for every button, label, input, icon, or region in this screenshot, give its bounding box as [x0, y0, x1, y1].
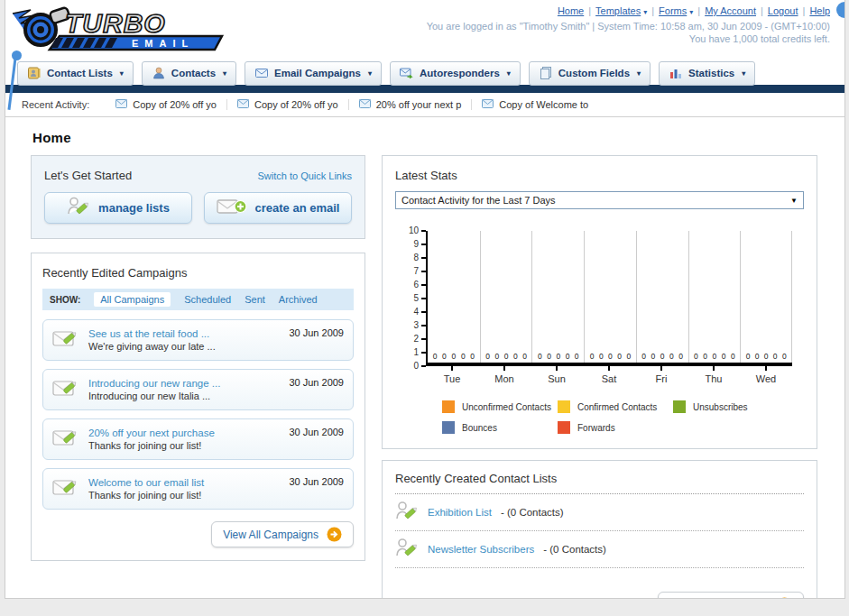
campaign-item[interactable]: 20% off your next purchaseThanks for joi… [42, 418, 354, 460]
recently-edited-campaigns-panel: Recently Edited Campaigns SHOW: All Camp… [31, 253, 365, 561]
filter-archived[interactable]: Archived [279, 294, 318, 305]
nav-forms[interactable]: Forms▾ [659, 5, 693, 16]
chart-value-label: 0 [442, 352, 447, 361]
chevron-down-icon: ▾ [742, 69, 745, 78]
contact-list-link[interactable]: Exhibition List [428, 507, 492, 518]
bar-chart-icon [669, 66, 683, 80]
campaign-item[interactable]: See us at the retail food ...We're givin… [42, 319, 354, 361]
tab-statistics[interactable]: Statistics▾ [659, 61, 755, 86]
help-bubble-dot [836, 2, 845, 18]
person-pencil-icon [395, 500, 419, 525]
nav-templates[interactable]: Templates▾ [595, 5, 647, 16]
tab-autoresponders[interactable]: Autoresponders▾ [390, 61, 521, 86]
nav-home-label: Home [558, 5, 584, 16]
x-tick-label: Sat [602, 373, 617, 384]
get-started-title: Let's Get Started [44, 169, 132, 182]
legend-swatch-unconfirmed-contacts [442, 400, 455, 413]
nav-templates-label: Templates [595, 5, 641, 16]
recent-activity-item[interactable]: Copy of Welcome to [472, 99, 598, 110]
switch-to-quick-links-link[interactable]: Switch to Quick Links [257, 170, 352, 181]
person-pencil-icon [395, 537, 419, 562]
recent-activity-item[interactable]: 20% off your next p [349, 99, 473, 110]
x-category-cell: Mon [478, 366, 531, 384]
y-tick-label: 10 [409, 226, 419, 235]
header-right: Home|Templates▾|Forms▾|My Account|Logout… [427, 5, 830, 44]
chart-value-label: 0 [522, 352, 527, 361]
nav-forms-label: Forms [659, 5, 687, 16]
view-all-campaigns-label: View All Campaigns [223, 529, 318, 541]
chart-value-label: 0 [485, 352, 490, 361]
chart-value-label: 0 [782, 352, 787, 361]
nav-home[interactable]: Home [558, 5, 584, 16]
chart-value-labels: 00000 [689, 352, 741, 361]
nav-separator: | [588, 5, 591, 16]
y-tick-label: 0 [413, 362, 419, 371]
chart-value-labels: 00000 [741, 352, 791, 361]
campaign-title-link[interactable]: 20% off your next purchase [88, 428, 215, 438]
chart-value-label: 0 [470, 352, 475, 361]
tab-contacts[interactable]: Contacts▾ [142, 61, 236, 86]
nav-help[interactable]: Help [809, 5, 830, 16]
contact-list-link[interactable]: Newsletter Subscribers [428, 544, 534, 555]
campaign-text: Welcome to our email listThanks for join… [88, 477, 204, 501]
chart-value-label: 0 [773, 352, 778, 361]
get-started-panel: Let's Get Started Switch to Quick Links … [31, 155, 365, 239]
nav-my-account[interactable]: My Account [705, 5, 756, 16]
envelope-pencil-icon [52, 326, 79, 354]
chevron-down-icon: ▾ [507, 69, 511, 78]
recent-activity-item-label: Copy of 20% off yo [133, 99, 217, 110]
filter-all-campaigns[interactable]: All Campaigns [94, 292, 171, 307]
contact-list-item[interactable]: Exhibition List- (0 Contacts) [395, 494, 804, 531]
recent-activity-item-label: 20% off your next p [376, 99, 462, 110]
legend-item-unsubscribes: Unsubscribes [673, 400, 804, 413]
chevron-down-icon: ▼ [790, 197, 798, 205]
create-an-email-button[interactable]: create an email [204, 192, 352, 224]
svg-text:TURBO: TURBO [65, 8, 166, 38]
recent-activity-items: Copy of 20% off yoCopy of 20% off yo20% … [106, 99, 598, 110]
legend-label: Unconfirmed Contacts [462, 402, 551, 412]
chart-value-labels: 00000 [428, 352, 480, 361]
address-book-icon [27, 66, 42, 80]
chart-value-label: 0 [731, 352, 735, 361]
right-column: Latest Stats Contact Activity for the La… [382, 155, 817, 599]
tab-contact-lists[interactable]: Contact Lists▾ [17, 61, 134, 86]
x-category-cell: Sun [531, 366, 583, 384]
manage-lists-button[interactable]: manage lists [44, 192, 192, 224]
nav-logout[interactable]: Logout [768, 5, 798, 16]
chart-x-axis: TueMonSunSatFriThuWed [426, 366, 792, 384]
view-all-campaigns-button[interactable]: View All Campaigns [211, 521, 354, 547]
small-envelope-icon [237, 99, 249, 110]
legend-item-forwards: Forwards [558, 421, 673, 434]
contact-list-item[interactable]: Newsletter Subscribers- (0 Contacts) [395, 531, 804, 568]
chart-value-label: 0 [461, 352, 466, 361]
filter-sent[interactable]: Sent [245, 294, 265, 305]
x-category-cell: Thu [688, 366, 740, 384]
autoresponder-icon [400, 66, 414, 80]
contact-lists-list: Exhibition List- (0 Contacts)Newsletter … [395, 494, 804, 568]
chart-value-label: 0 [764, 352, 769, 361]
filter-scheduled[interactable]: Scheduled [184, 294, 231, 305]
y-tick-label: 9 [413, 240, 419, 249]
stats-period-dropdown[interactable]: Contact Activity for the Last 7 Days ▼ [395, 191, 804, 209]
campaign-title-link[interactable]: Welcome to our email list [88, 477, 204, 488]
tab-email-campaigns[interactable]: Email Campaigns▾ [245, 61, 382, 86]
campaign-title-link[interactable]: Introducing our new range ... [88, 378, 220, 389]
campaign-item[interactable]: Introducing our new range ...Introducing… [42, 369, 354, 410]
recent-activity-item[interactable]: Copy of 20% off yo [227, 99, 349, 110]
campaign-item[interactable]: Welcome to our email listThanks for join… [42, 468, 354, 510]
chart-day-group: 00000 [428, 231, 480, 363]
campaign-subtitle: Introducing our new Italia ... [88, 391, 220, 401]
chart-y-axis: 012345678910 [401, 231, 426, 366]
envelope-icon [254, 66, 269, 80]
contact-activity-chart: 012345678910 000000000000000000000000000… [401, 231, 804, 434]
recent-activity-item[interactable]: Copy of 20% off yo [106, 99, 227, 110]
chevron-down-icon: ▾ [637, 69, 641, 78]
recently-created-contact-lists-panel: Recently Created Contact Lists Exhibitio… [382, 460, 817, 599]
tab-custom-fields[interactable]: Custom Fields▾ [529, 61, 651, 86]
x-tick-mark [608, 366, 610, 371]
navy-divider-bar [5, 85, 844, 93]
campaign-date: 30 Jun 2009 [289, 377, 344, 388]
svg-text:EMAIL: EMAIL [132, 38, 194, 49]
see-all-contact-lists-button[interactable]: See All Contact Lists [658, 592, 804, 599]
campaign-title-link[interactable]: See us at the retail food ... [88, 328, 216, 339]
